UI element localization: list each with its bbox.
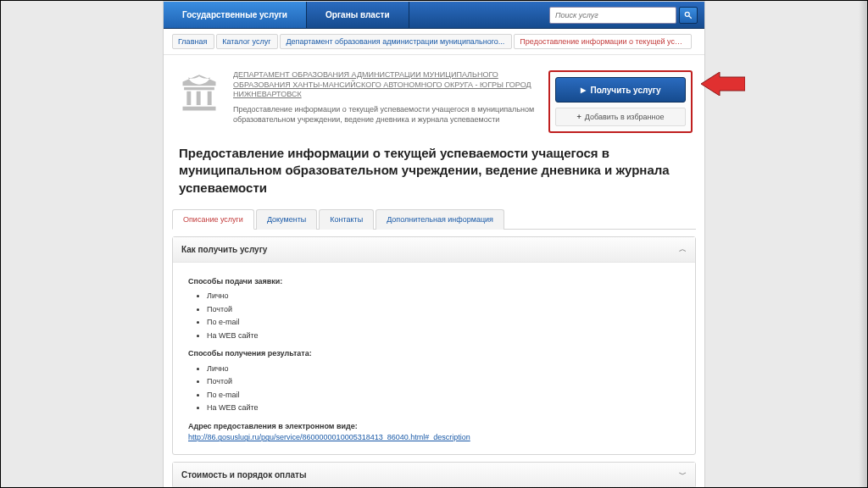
search-input[interactable] <box>549 7 676 24</box>
list-item: По e-mail <box>207 390 680 402</box>
action-box: Получить услугу Добавить в избранное <box>548 70 693 133</box>
electronic-address-link[interactable]: http://86.gosuslugi.ru/pgu/service/86000… <box>188 433 470 441</box>
tab-additional[interactable]: Дополнительная информация <box>376 209 504 230</box>
accordion-cost: Стоимость и порядок оплаты ﹀ <box>172 462 696 488</box>
tab-description[interactable]: Описание услуги <box>172 209 254 230</box>
chevron-up-icon: ︿ <box>679 244 687 255</box>
scroll-shadow <box>859 1 867 487</box>
accordion-header[interactable]: Стоимость и порядок оплаты ﹀ <box>173 463 695 487</box>
chevron-down-icon: ﹀ <box>679 469 687 480</box>
accordion-how: Как получить услугу ︿ Способы подачи зая… <box>172 236 696 455</box>
content-tabs: Описание услуги Документы Контакты Допол… <box>172 207 696 230</box>
list-item: Почтой <box>207 304 680 316</box>
get-service-label: Получить услугу <box>591 86 661 95</box>
breadcrumb-item[interactable]: Главная <box>172 34 214 49</box>
service-header: ДЕПАРТАМЕНТ ОБРАЗОВАНИЯ АДМИНИСТРАЦИИ МУ… <box>164 55 704 141</box>
svg-line-1 <box>689 15 692 18</box>
header-text: ДЕПАРТАМЕНТ ОБРАЗОВАНИЯ АДМИНИСТРАЦИИ МУ… <box>233 70 538 133</box>
apply-label: Способы подачи заявки: <box>188 276 680 288</box>
apply-methods-list: Лично Почтой По e-mail На WEB сайте <box>207 291 680 341</box>
result-methods-list: Лично Почтой По e-mail На WEB сайте <box>207 363 680 414</box>
accordion-title: Как получить услугу <box>181 245 267 254</box>
breadcrumb-item[interactable]: Департамент образования администрации му… <box>280 34 512 49</box>
search-button[interactable] <box>679 7 698 24</box>
page: Государственные услуги Органы власти Гла… <box>163 1 705 488</box>
service-subtitle: Предоставление информации о текущей успе… <box>233 105 538 125</box>
address-label: Адрес предоставления в электронном виде: <box>188 421 680 433</box>
top-nav: Государственные услуги Органы власти <box>164 2 704 29</box>
add-favorite-button[interactable]: Добавить в избранное <box>555 108 686 126</box>
department-name[interactable]: ДЕПАРТАМЕНТ ОБРАЗОВАНИЯ АДМИНИСТРАЦИИ МУ… <box>233 70 538 100</box>
list-item: На WEB сайте <box>207 330 680 342</box>
list-item: На WEB сайте <box>207 402 680 414</box>
accordion-header[interactable]: Как получить услугу ︿ <box>173 237 695 263</box>
tab-documents[interactable]: Документы <box>256 209 317 230</box>
nav-tab-services[interactable]: Государственные услуги <box>164 2 307 28</box>
tab-contacts[interactable]: Контакты <box>319 209 374 230</box>
list-item: Почтой <box>207 376 680 388</box>
result-label: Способы получения результата: <box>188 348 680 360</box>
accordion-body: Способы подачи заявки: Лично Почтой По e… <box>173 263 695 454</box>
breadcrumb-item[interactable]: Каталог услуг <box>216 34 278 49</box>
nav-tab-authorities[interactable]: Органы власти <box>307 2 409 28</box>
list-item: Лично <box>207 363 680 375</box>
svg-point-0 <box>685 12 689 16</box>
search-wrap <box>542 2 704 28</box>
nav-tab-label: Государственные услуги <box>182 10 287 19</box>
page-title: Предоставление информации о текущей успе… <box>164 141 704 207</box>
breadcrumb: Главная Каталог услуг Департамент образо… <box>164 29 704 55</box>
emblem-icon <box>175 70 223 118</box>
get-service-button[interactable]: Получить услугу <box>555 77 686 103</box>
arrow-callout-icon <box>701 72 745 96</box>
list-item: По e-mail <box>207 317 680 329</box>
search-icon <box>684 11 693 19</box>
nav-tab-label: Органы власти <box>326 10 390 19</box>
add-favorite-label: Добавить в избранное <box>585 113 665 121</box>
viewport: Государственные услуги Органы власти Гла… <box>0 0 868 488</box>
breadcrumb-item-current: Предоставление информации о текущей успе… <box>514 34 692 49</box>
accordion-title: Стоимость и порядок оплаты <box>181 470 307 480</box>
list-item: Лично <box>207 291 680 302</box>
